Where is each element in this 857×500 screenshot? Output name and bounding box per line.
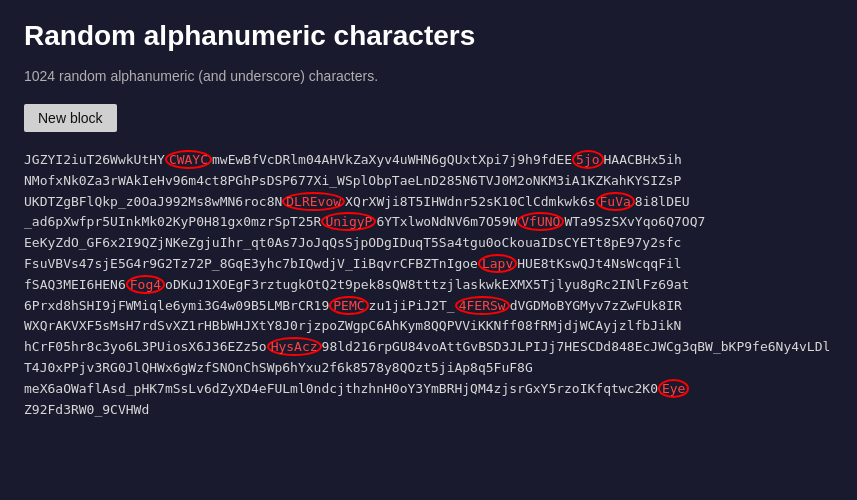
highlight-5jo: 5jo xyxy=(572,150,603,169)
subtitle: 1024 random alphanumeric (and underscore… xyxy=(24,68,833,84)
highlight-vfuno: VfUNO xyxy=(517,212,564,231)
highlight-fuva: FuVa xyxy=(596,192,635,211)
highlight-lapv: Lapv xyxy=(478,254,517,273)
highlight-pemc: PEMC xyxy=(329,296,368,315)
highlight-unigp: UnigyP xyxy=(321,212,376,231)
highlight-fog4: Fog4 xyxy=(126,275,165,294)
new-block-button[interactable]: New block xyxy=(24,104,117,132)
highlight-cwayc: CWAYC xyxy=(165,150,212,169)
character-block: JGZYI2iuT26WwkUtHYCWAYCmwEwBfVcDRlm04AHV… xyxy=(24,150,833,420)
page-title: Random alphanumeric characters xyxy=(24,20,833,52)
highlight-hysacz: HysAcz xyxy=(267,337,322,356)
highlight-4fers: 4FERSw xyxy=(455,296,510,315)
highlight-dlrevow: DLREvow xyxy=(282,192,345,211)
highlight-eye: Eye xyxy=(658,379,689,398)
